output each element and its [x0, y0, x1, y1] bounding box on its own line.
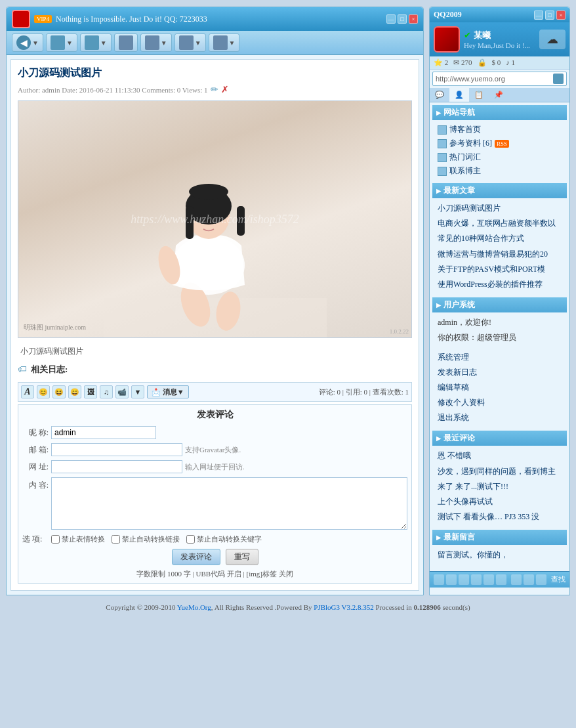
- content-row-form: 内 容:: [22, 477, 407, 530]
- blog-minimize-button[interactable]: —: [386, 14, 396, 24]
- qq-bottom-icon-3[interactable]: [459, 574, 469, 585]
- blog-titlebar: VIP4 Nothing is Impossible. Just Do it! …: [7, 7, 423, 31]
- email-input[interactable]: [51, 443, 182, 456]
- url-row: 网 址: 输入网址便于回访.: [22, 460, 407, 473]
- qq-username: 某曦: [474, 30, 491, 41]
- option1-checkbox[interactable]: [51, 535, 60, 544]
- reset-button[interactable]: 重写: [226, 549, 258, 565]
- blog-avatar-icon: [12, 10, 30, 28]
- more-button[interactable]: ▼: [131, 385, 144, 398]
- music-button[interactable]: ♫: [100, 385, 113, 398]
- qq-cloud-icon: ☁: [539, 30, 566, 49]
- logout-link[interactable]: 退出系统: [432, 410, 567, 425]
- article-item-4[interactable]: 微博运营与微博营销最易犯的20: [432, 247, 567, 262]
- qq-close-button[interactable]: ×: [556, 11, 566, 20]
- toolbar-photo-button[interactable]: [114, 33, 138, 52]
- footer-link-yuemo[interactable]: YueMo.Org: [177, 603, 211, 611]
- qq-bottom-icon-1[interactable]: [434, 574, 444, 585]
- article-item-3[interactable]: 常见的10种网站合作方式: [432, 231, 567, 246]
- message-item-1[interactable]: 留言测试。你懂的，: [432, 547, 567, 563]
- photo-icon: [119, 35, 133, 50]
- option2-checkbox[interactable]: [112, 535, 120, 544]
- sidebar-link-contact[interactable]: 联系博主: [432, 164, 567, 178]
- qq-tab-extra[interactable]: 📌: [489, 88, 508, 102]
- qq-minimize-button[interactable]: —: [534, 11, 543, 20]
- nickname-input[interactable]: [51, 426, 156, 439]
- article-item-5[interactable]: 关于FTP的PASV模式和PORT模: [432, 262, 567, 277]
- delete-post-icon[interactable]: ✗: [221, 84, 229, 95]
- form-options: 选 项: 禁止表情转换 禁止自动转换链接 禁止自动转换关键字: [22, 534, 407, 545]
- qq-go-button[interactable]: [553, 74, 564, 84]
- link-icon: [438, 153, 447, 162]
- blog-maximize-button[interactable]: □: [398, 14, 407, 24]
- toolbar-back-button[interactable]: ◀ ▼: [12, 33, 43, 52]
- draft-link[interactable]: 编辑草稿: [432, 380, 567, 395]
- qq-bottom-icon-4[interactable]: [471, 574, 482, 585]
- emoji1-button[interactable]: 😊: [37, 385, 50, 398]
- mail-icon: [179, 35, 194, 50]
- sidebar-link-refs[interactable]: 参考资料 [6] RSS: [432, 137, 567, 150]
- qq-bottom-bar: 查找: [430, 571, 569, 588]
- home-icon: [85, 35, 99, 50]
- comment-item-2[interactable]: 沙发，遇到同样的问题，看到博主: [432, 464, 567, 479]
- comment-item-5[interactable]: 测试下 看看头像… PJ3 353 没: [432, 509, 567, 525]
- url-input[interactable]: [51, 460, 182, 473]
- article-item-6[interactable]: 使用WordPress必装的插件推荐: [432, 277, 567, 292]
- bold-button[interactable]: A: [21, 385, 34, 398]
- qq-bottom-icon-7[interactable]: [511, 574, 522, 585]
- qq-bottom-icon-2[interactable]: [446, 574, 457, 585]
- submit-comment-button[interactable]: 发表评论: [172, 549, 220, 565]
- watermark-left-text: 明珠图 juminaiple.com: [24, 323, 86, 332]
- qq-bottom-icon-6[interactable]: [496, 574, 506, 585]
- blog-vip-badge: VIP4: [34, 15, 52, 23]
- qq-title-text: QQ2009: [434, 10, 462, 20]
- video-button[interactable]: 📹: [115, 385, 129, 398]
- toolbar-mail-button[interactable]: ▼: [175, 33, 206, 52]
- comment-toolbar: A 😊 😆 😄 🖼 ♫ 📹 ▼ 📩 消息▼ 评论: 0 | 引用: 0 | 查看…: [18, 382, 412, 402]
- image-button[interactable]: 🖼: [84, 385, 97, 398]
- qq-stats-row: ⭐ 2 ✉ 270 🔒 $ 0 ♪ 1: [430, 56, 569, 70]
- profile-link[interactable]: 修改个人资料: [432, 395, 567, 410]
- content-textarea[interactable]: [51, 477, 407, 530]
- edit-post-icon[interactable]: ✏: [211, 84, 218, 95]
- rss-badge: RSS: [495, 140, 509, 148]
- toolbar-home-button[interactable]: ▼: [80, 33, 112, 52]
- article-item-1[interactable]: 小刀源码测试图片: [432, 201, 567, 216]
- emoji2-button[interactable]: 😆: [52, 385, 66, 398]
- form-footer: 字数限制 1000 字 | UBB代码 开启 | [img]标签 关闭: [22, 569, 407, 579]
- qq-bottom-icon-9[interactable]: [536, 574, 546, 585]
- options-label: 选 项:: [22, 534, 42, 545]
- blog-close-button[interactable]: ×: [409, 14, 418, 24]
- toolbar-settings-button[interactable]: ▼: [209, 33, 240, 52]
- comment-item-3[interactable]: 来了 来了...测试下!!!: [432, 479, 567, 494]
- emoji3-button[interactable]: 😄: [68, 385, 81, 398]
- option3-checkbox[interactable]: [186, 535, 195, 544]
- sidebar-link-home[interactable]: 博客首页: [432, 123, 567, 137]
- message-button[interactable]: 📩 消息▼: [147, 385, 189, 398]
- image-version-text: 1.0.2.22: [390, 328, 409, 335]
- qq-tab-contacts[interactable]: 👤: [449, 88, 469, 102]
- qq-maximize-button[interactable]: □: [545, 11, 554, 20]
- option3-label[interactable]: 禁止自动转换关键字: [186, 534, 262, 544]
- qq-profile: ✔ 某曦 Hey Man,Just Do it !... ☁: [430, 22, 569, 56]
- tag-icon: 🏷: [18, 364, 27, 375]
- toolbar-nav-button[interactable]: ▼: [46, 33, 77, 52]
- qq-tab-list[interactable]: 📋: [469, 88, 489, 102]
- sys-admin-link[interactable]: 系统管理: [432, 350, 567, 365]
- option1-label[interactable]: 禁止表情转换: [51, 534, 105, 544]
- user-system-section: 用户系统 admin，欢迎你! 你的权限：超级管理员 系统管理 发表新日志 编辑…: [432, 297, 567, 425]
- new-post-link[interactable]: 发表新日志: [432, 365, 567, 380]
- qq-bottom-icon-8[interactable]: [524, 574, 534, 585]
- comment-item-4[interactable]: 上个头像再试试: [432, 494, 567, 509]
- comment-item-1[interactable]: 恩 不错哦: [432, 448, 567, 463]
- qq-url-input[interactable]: [436, 75, 553, 83]
- toolbar-friends-button[interactable]: ▼: [140, 33, 172, 52]
- article-item-2[interactable]: 电商火爆，互联网占融资额半数以: [432, 216, 567, 231]
- option2-label[interactable]: 禁止自动转换链接: [112, 534, 180, 544]
- qq-bottom-icon-5[interactable]: [483, 574, 494, 585]
- sidebar-link-hotwords[interactable]: 热门词汇: [432, 150, 567, 164]
- back-icon: ◀: [16, 35, 31, 50]
- footer-link-pjblog[interactable]: PJBloG3 V3.2.8.352: [314, 603, 373, 611]
- related-label: 相关日志:: [31, 364, 68, 375]
- qq-tab-chat[interactable]: 💬: [430, 88, 449, 102]
